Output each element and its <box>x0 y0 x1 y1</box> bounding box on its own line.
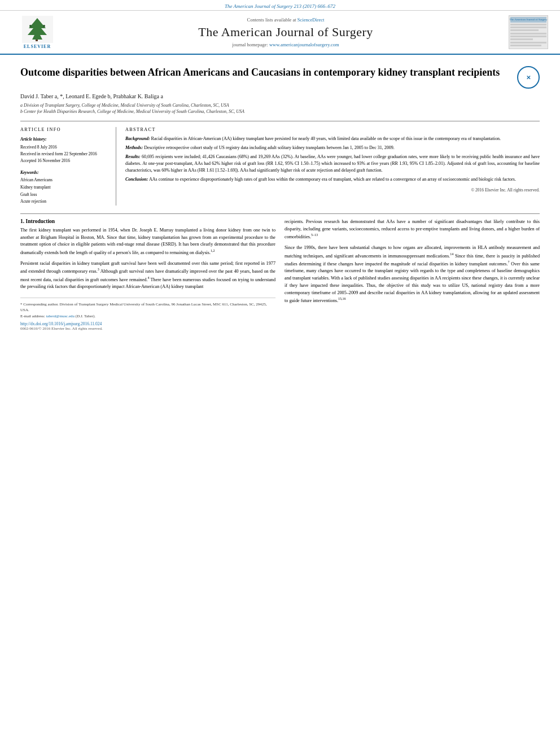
homepage-url[interactable]: www.americanjournalofsurgery.com <box>269 42 339 47</box>
journal-header-center: Contents lists available at ScienceDirec… <box>71 15 500 49</box>
journal-homepage-line: journal homepage: www.americanjournalofs… <box>232 42 339 47</box>
svg-rect-8 <box>510 27 546 28</box>
elsevier-brand-text: ELSEVIER <box>24 44 51 49</box>
received-date: Received 8 July 2016 <box>20 144 109 151</box>
crossmark-icon: ✕ <box>526 75 531 81</box>
corresponding-author-note: * Corresponding author. Division of Tran… <box>20 302 275 313</box>
email-address[interactable]: taberd@musc.edu <box>46 314 75 318</box>
svg-rect-7 <box>510 24 546 25</box>
affiliation-a: a Division of Transplant Surgery, Colleg… <box>20 103 540 108</box>
keyword-1: African Americans <box>20 177 109 184</box>
intro-section-label: Introduction <box>26 219 55 224</box>
article-info-abstract-section: ARTICLE INFO Article history: Received 8… <box>20 121 540 206</box>
doi-line[interactable]: http://dx.doi.org/10.1016/j.amjsurg.2016… <box>20 321 275 326</box>
revised-date: Received in revised form 22 September 20… <box>20 151 109 158</box>
corresponding-label: * Corresponding author. <box>20 302 59 307</box>
article-title-section: Outcome disparities between African Amer… <box>20 60 540 89</box>
abstract-heading: ABSTRACT <box>125 127 540 132</box>
conclusion-text: AAs continue to experience disproportion… <box>149 177 516 182</box>
intro-p1-sup: 1,2 <box>211 249 215 252</box>
intro-p1-text: The first kidney transplant was performe… <box>20 228 275 255</box>
keyword-2: Kidney transplant <box>20 184 109 191</box>
results-label: Results: <box>125 154 141 159</box>
svg-text:The American Journal of Surger: The American Journal of Surgery <box>510 18 548 21</box>
intro-p3-sup: 5–13 <box>311 233 318 237</box>
journal-cover-section: The American Journal of Surgery <box>506 15 551 49</box>
main-content-section: 1. Introduction The first kidney transpl… <box>20 213 540 331</box>
keywords-label: Keywords: <box>20 170 109 175</box>
article-info-column: ARTICLE INFO Article history: Received 8… <box>20 127 116 206</box>
svg-rect-9 <box>510 29 539 31</box>
background-label: Background: <box>125 136 150 141</box>
results-text: 60,695 recipients were included; 41,426 … <box>125 154 540 173</box>
elsevier-tree-icon <box>22 16 53 43</box>
journal-citation-bar: The American Journal of Surgery 213 (201… <box>0 0 560 11</box>
journal-citation: The American Journal of Surgery 213 (201… <box>225 3 335 9</box>
methods-text: Descriptive retrospective cohort study o… <box>144 145 395 150</box>
footnotes-section: * Corresponding author. Division of Tran… <box>20 298 275 331</box>
sciencedirect-line: Contents lists available at ScienceDirec… <box>247 17 325 23</box>
article-dates: Received 8 July 2016 Received in revised… <box>20 144 109 164</box>
intro-paragraph-4: Since the 1990s, there have been substan… <box>285 244 540 305</box>
svg-rect-12 <box>510 38 533 40</box>
conclusion-label: Conclusion: <box>125 177 148 182</box>
accepted-date: Accepted 16 November 2016 <box>20 158 109 164</box>
homepage-prefix: journal homepage: <box>232 42 269 47</box>
article-body: Outcome disparities between African Amer… <box>0 55 560 340</box>
intro-section-title: 1. Introduction <box>20 219 275 224</box>
authors-text: David J. Taber a, *, Leonard E. Egede b,… <box>20 93 163 99</box>
affiliations-section: a Division of Transplant Surgery, Colleg… <box>20 103 540 114</box>
svg-rect-13 <box>510 42 546 43</box>
intro-section-number: 1. <box>20 219 24 224</box>
sciencedirect-prefix: Contents lists available at <box>247 17 298 23</box>
intro-paragraph-3: recipients. Previous research has demons… <box>285 219 540 241</box>
journal-title: The American Journal of Surgery <box>198 25 373 40</box>
intro-p4d-sup: 15,16 <box>338 297 346 300</box>
intro-paragraph-1: The first kidney transplant was performe… <box>20 227 275 257</box>
copyright-line: © 2016 Elsevier Inc. All rights reserved… <box>125 187 540 193</box>
abstract-conclusion: Conclusion: AAs continue to experience d… <box>125 176 540 183</box>
elsevier-logo: ELSEVIER <box>22 16 53 49</box>
authors-line: David J. Taber a, *, Leonard E. Egede b,… <box>20 93 540 99</box>
journal-header: ELSEVIER Contents lists available at Sci… <box>0 11 560 55</box>
rights-line: 0002-9610/© 2016 Elsevier Inc. All right… <box>20 326 275 331</box>
article-info-heading: ARTICLE INFO <box>20 127 109 132</box>
svg-rect-14 <box>510 45 541 46</box>
abstract-background: Background: Racial disparities in Africa… <box>125 136 540 142</box>
affiliation-b: b Center for Health Disparities Research… <box>20 109 540 114</box>
intro-continuation-column: recipients. Previous research has demons… <box>285 219 540 331</box>
sciencedirect-link[interactable]: ScienceDirect <box>298 17 325 23</box>
abstract-methods: Methods: Descriptive retrospective cohor… <box>125 145 540 151</box>
abstract-column: ABSTRACT Background: Racial disparities … <box>125 127 540 206</box>
email-suffix: (D.J. Taber). <box>75 314 95 318</box>
keyword-3: Graft loss <box>20 191 109 199</box>
email-label: E-mail address: <box>20 314 46 318</box>
intro-column: 1. Introduction The first kidney transpl… <box>20 219 275 331</box>
page: The American Journal of Surgery 213 (201… <box>0 0 560 747</box>
crossmark-badge: ✕ <box>517 66 540 89</box>
abstract-results: Results: 60,695 recipients were included… <box>125 154 540 174</box>
intro-p3-text: recipients. Previous research has demons… <box>285 219 540 239</box>
email-note: E-mail address: taberd@musc.edu (D.J. Ta… <box>20 313 275 320</box>
methods-label: Methods: <box>125 145 143 150</box>
cover-image-icon: The American Journal of Surgery <box>509 16 548 49</box>
intro-paragraph-2: Persistent racial disparities in kidney … <box>20 260 275 291</box>
abstract-text: Background: Racial disparities in Africa… <box>125 136 540 183</box>
svg-point-4 <box>43 25 45 27</box>
keywords-list: African Americans Kidney transplant Graf… <box>20 177 109 206</box>
svg-point-3 <box>29 25 32 27</box>
svg-rect-11 <box>510 36 546 37</box>
journal-cover-thumbnail: The American Journal of Surgery <box>509 15 548 49</box>
background-text: Racial disparities in African-American (… <box>151 136 501 141</box>
article-history-label: Article history: <box>20 137 109 142</box>
intro-p4c-text: Over this same timeframe, many changes h… <box>285 261 540 303</box>
elsevier-logo-section: ELSEVIER <box>9 15 65 49</box>
article-title: Outcome disparities between African Amer… <box>20 66 517 79</box>
keyword-4: Acute rejection <box>20 198 109 206</box>
svg-rect-10 <box>510 33 546 34</box>
